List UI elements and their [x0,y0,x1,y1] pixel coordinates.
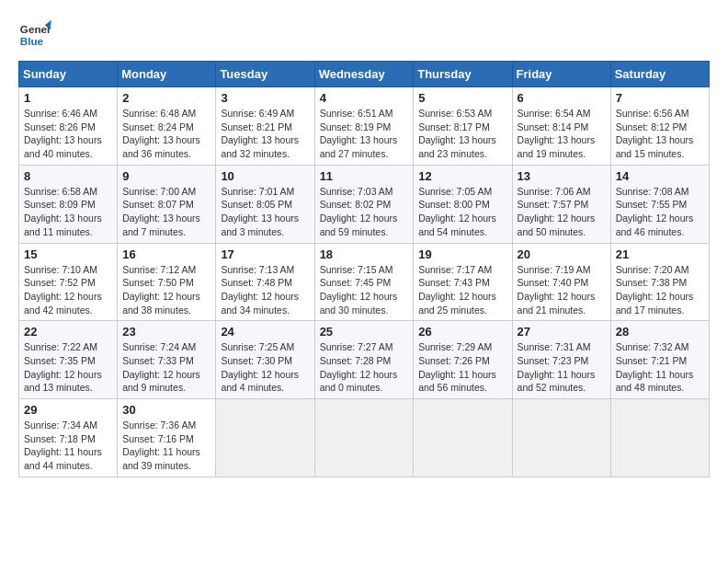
weekday-header-cell: Tuesday [216,62,314,87]
day-number: 1 [24,91,112,105]
day-info: Sunrise: 7:03 AM Sunset: 8:02 PM Dayligh… [320,185,409,239]
day-number: 2 [122,91,210,105]
calendar-cell: 28Sunrise: 7:32 AM Sunset: 7:21 PM Dayli… [610,321,709,399]
day-info: Sunrise: 7:29 AM Sunset: 7:26 PM Dayligh… [418,340,506,395]
header: General Blue [18,18,710,52]
day-info: Sunrise: 7:24 AM Sunset: 7:33 PM Dayligh… [122,340,210,395]
calendar-cell: 1Sunrise: 6:46 AM Sunset: 8:26 PM Daylig… [19,87,118,166]
calendar-week-row: 1Sunrise: 6:46 AM Sunset: 8:26 PM Daylig… [19,87,710,166]
calendar-cell: 20Sunrise: 7:19 AM Sunset: 7:40 PM Dayli… [512,243,610,321]
day-number: 17 [221,247,309,261]
calendar-cell: 2Sunrise: 6:48 AM Sunset: 8:24 PM Daylig… [118,87,216,166]
calendar-cell: 8Sunrise: 6:58 AM Sunset: 8:09 PM Daylig… [19,165,118,243]
day-info: Sunrise: 7:36 AM Sunset: 7:16 PM Dayligh… [122,419,210,473]
day-info: Sunrise: 7:34 AM Sunset: 7:18 PM Dayligh… [24,419,112,473]
day-number: 22 [24,325,112,339]
calendar-cell: 29Sunrise: 7:34 AM Sunset: 7:18 PM Dayli… [19,399,118,477]
day-info: Sunrise: 7:27 AM Sunset: 7:28 PM Dayligh… [320,340,409,395]
calendar-cell: 15Sunrise: 7:10 AM Sunset: 7:52 PM Dayli… [19,243,118,321]
weekday-header-cell: Monday [118,62,216,87]
calendar-cell: 11Sunrise: 7:03 AM Sunset: 8:02 PM Dayli… [314,165,414,243]
calendar-cell: 4Sunrise: 6:51 AM Sunset: 8:19 PM Daylig… [314,87,414,166]
calendar-cell: 26Sunrise: 7:29 AM Sunset: 7:26 PM Dayli… [414,321,512,399]
calendar-cell: 27Sunrise: 7:31 AM Sunset: 7:23 PM Dayli… [512,321,610,399]
day-number: 29 [24,403,112,417]
day-info: Sunrise: 7:31 AM Sunset: 7:23 PM Dayligh… [518,340,606,395]
day-info: Sunrise: 6:46 AM Sunset: 8:26 PM Dayligh… [24,107,112,161]
calendar-cell: 23Sunrise: 7:24 AM Sunset: 7:33 PM Dayli… [118,321,216,399]
day-info: Sunrise: 7:10 AM Sunset: 7:52 PM Dayligh… [24,263,112,317]
calendar-cell: 30Sunrise: 7:36 AM Sunset: 7:16 PM Dayli… [118,399,216,477]
day-number: 7 [616,91,704,105]
calendar-week-row: 29Sunrise: 7:34 AM Sunset: 7:18 PM Dayli… [19,399,710,477]
day-info: Sunrise: 7:20 AM Sunset: 7:38 PM Dayligh… [616,263,704,317]
day-info: Sunrise: 6:53 AM Sunset: 8:17 PM Dayligh… [418,107,506,161]
logo-icon: General Blue [18,18,51,52]
calendar-cell: 3Sunrise: 6:49 AM Sunset: 8:21 PM Daylig… [216,87,314,166]
calendar-cell [512,399,610,477]
day-info: Sunrise: 6:49 AM Sunset: 8:21 PM Dayligh… [221,107,309,161]
day-info: Sunrise: 7:22 AM Sunset: 7:35 PM Dayligh… [24,340,112,395]
calendar-cell [216,399,314,477]
day-number: 5 [418,91,506,105]
weekday-header-cell: Saturday [610,62,709,87]
calendar-week-row: 22Sunrise: 7:22 AM Sunset: 7:35 PM Dayli… [19,321,710,399]
day-number: 11 [320,169,409,183]
day-number: 28 [616,325,704,339]
calendar-cell: 24Sunrise: 7:25 AM Sunset: 7:30 PM Dayli… [216,321,314,399]
day-info: Sunrise: 6:56 AM Sunset: 8:12 PM Dayligh… [616,107,704,161]
day-info: Sunrise: 7:17 AM Sunset: 7:43 PM Dayligh… [418,263,506,317]
day-number: 27 [518,325,606,339]
day-number: 19 [418,247,506,261]
day-number: 9 [122,169,210,183]
calendar-cell [610,399,709,477]
calendar-cell: 6Sunrise: 6:54 AM Sunset: 8:14 PM Daylig… [512,87,610,166]
day-number: 26 [418,325,506,339]
day-number: 4 [320,91,409,105]
calendar-cell: 10Sunrise: 7:01 AM Sunset: 8:05 PM Dayli… [216,165,314,243]
calendar-cell: 14Sunrise: 7:08 AM Sunset: 7:55 PM Dayli… [610,165,709,243]
day-number: 25 [320,325,409,339]
day-info: Sunrise: 7:06 AM Sunset: 7:57 PM Dayligh… [518,185,606,239]
weekday-header: SundayMondayTuesdayWednesdayThursdayFrid… [19,62,710,87]
calendar-cell: 19Sunrise: 7:17 AM Sunset: 7:43 PM Dayli… [414,243,512,321]
svg-text:Blue: Blue [20,35,44,47]
day-number: 30 [122,403,210,417]
weekday-header-cell: Wednesday [314,62,414,87]
calendar-week-row: 8Sunrise: 6:58 AM Sunset: 8:09 PM Daylig… [19,165,710,243]
day-info: Sunrise: 6:48 AM Sunset: 8:24 PM Dayligh… [122,107,210,161]
day-info: Sunrise: 6:51 AM Sunset: 8:19 PM Dayligh… [320,107,409,161]
day-number: 13 [518,169,606,183]
day-number: 15 [24,247,112,261]
day-info: Sunrise: 7:05 AM Sunset: 8:00 PM Dayligh… [418,185,506,239]
calendar-cell [414,399,512,477]
day-info: Sunrise: 7:13 AM Sunset: 7:48 PM Dayligh… [221,263,309,317]
calendar: SundayMondayTuesdayWednesdayThursdayFrid… [18,61,710,477]
day-number: 8 [24,169,112,183]
day-number: 20 [518,247,606,261]
day-number: 21 [616,247,704,261]
calendar-cell: 13Sunrise: 7:06 AM Sunset: 7:57 PM Dayli… [512,165,610,243]
calendar-cell [314,399,414,477]
day-info: Sunrise: 7:19 AM Sunset: 7:40 PM Dayligh… [518,263,606,317]
day-number: 24 [221,325,309,339]
day-info: Sunrise: 7:00 AM Sunset: 8:07 PM Dayligh… [122,185,210,239]
day-info: Sunrise: 7:08 AM Sunset: 7:55 PM Dayligh… [616,185,704,239]
calendar-cell: 17Sunrise: 7:13 AM Sunset: 7:48 PM Dayli… [216,243,314,321]
day-number: 6 [518,91,606,105]
day-number: 23 [122,325,210,339]
calendar-cell: 18Sunrise: 7:15 AM Sunset: 7:45 PM Dayli… [314,243,414,321]
day-info: Sunrise: 7:12 AM Sunset: 7:50 PM Dayligh… [122,263,210,317]
weekday-header-cell: Sunday [19,62,118,87]
day-info: Sunrise: 7:32 AM Sunset: 7:21 PM Dayligh… [616,340,704,395]
calendar-cell: 16Sunrise: 7:12 AM Sunset: 7:50 PM Dayli… [118,243,216,321]
day-number: 10 [221,169,309,183]
day-info: Sunrise: 6:54 AM Sunset: 8:14 PM Dayligh… [518,107,606,161]
calendar-cell: 22Sunrise: 7:22 AM Sunset: 7:35 PM Dayli… [19,321,118,399]
calendar-week-row: 15Sunrise: 7:10 AM Sunset: 7:52 PM Dayli… [19,243,710,321]
day-info: Sunrise: 7:15 AM Sunset: 7:45 PM Dayligh… [320,263,409,317]
day-number: 16 [122,247,210,261]
calendar-cell: 12Sunrise: 7:05 AM Sunset: 8:00 PM Dayli… [414,165,512,243]
day-info: Sunrise: 7:01 AM Sunset: 8:05 PM Dayligh… [221,185,309,239]
day-number: 3 [221,91,309,105]
